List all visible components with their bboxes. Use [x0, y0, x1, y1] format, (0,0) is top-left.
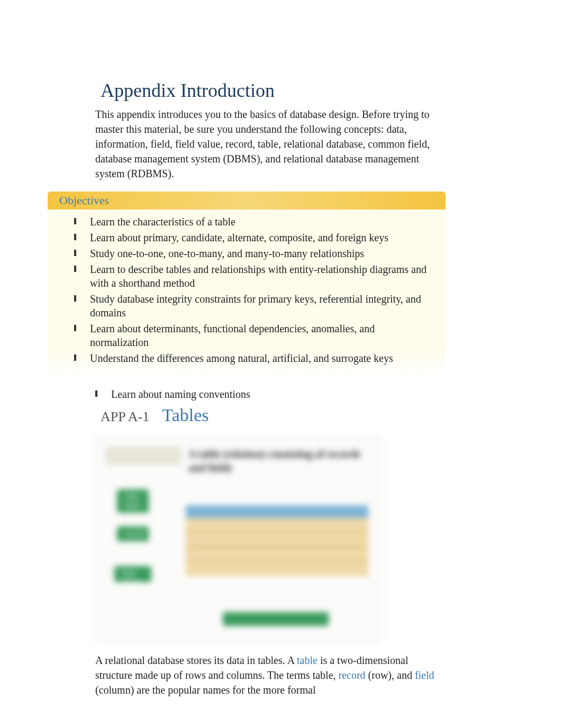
intro-paragraph: This appendix introduces you to the basi…	[95, 107, 446, 181]
text-run: (row), and	[368, 669, 415, 681]
figure-callout: table name	[117, 489, 149, 513]
objectives-header: Objectives	[48, 192, 446, 210]
text-run: A relational database stores its data in…	[95, 654, 297, 666]
term-table: table	[297, 654, 318, 666]
section-number: APP A-1	[101, 409, 149, 425]
figure-label-box	[106, 447, 180, 464]
objectives-list-trailing: Learn about naming conventions	[53, 386, 509, 402]
list-item: Learn the characteristics of a table	[74, 214, 435, 230]
list-item: Learn about naming conventions	[95, 386, 435, 402]
text-run: (column) are the popular names for the m…	[95, 684, 316, 696]
list-item: Study database integrity constraints for…	[74, 291, 435, 321]
list-item: Learn to describe tables and relationshi…	[74, 261, 435, 291]
figure-caption: A table (relation) consisting of records…	[188, 447, 363, 476]
appendix-heading: Appendix Introduction	[101, 79, 509, 102]
term-record: record	[339, 669, 366, 681]
figure-callout: field values	[114, 566, 151, 582]
list-item: Learn about determinants, functional dep…	[74, 321, 435, 350]
list-item: Understand the differences among natural…	[74, 350, 435, 366]
figure-table-header	[186, 505, 368, 518]
figure-callout: record	[117, 526, 149, 541]
section-title: Tables	[162, 405, 209, 425]
term-field: field	[415, 669, 434, 681]
figure-bottom-callout	[223, 612, 329, 626]
figure-a1: A table (relation) consisting of records…	[95, 436, 381, 642]
objectives-list: Learn the characteristics of a table Lea…	[48, 214, 446, 366]
figure-table-body	[186, 518, 368, 576]
list-item: Study one-to-one, one-to-many, and many-…	[74, 245, 435, 261]
body-paragraph: A relational database stores its data in…	[95, 653, 435, 697]
objectives-box: Objectives Learn the characteristics of …	[48, 192, 446, 377]
list-item: Learn about primary, candidate, alternat…	[74, 230, 435, 245]
section-heading-row: APP A-1 Tables	[101, 405, 509, 425]
